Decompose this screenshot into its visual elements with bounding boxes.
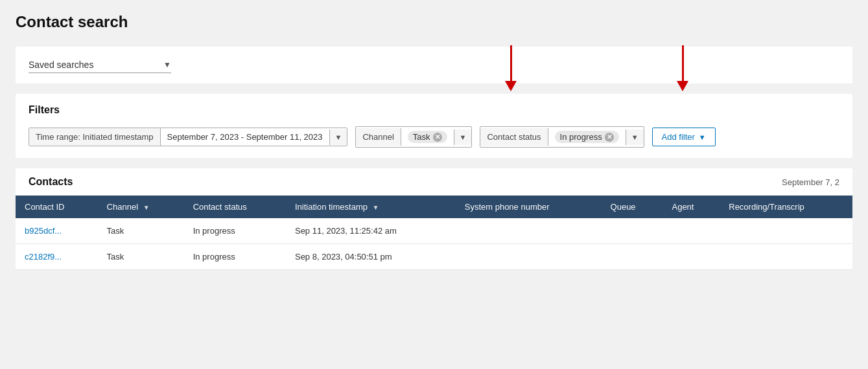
cell-recording-transcript-1	[720, 218, 852, 244]
filters-title: Filters	[29, 104, 839, 116]
timestamp-sort-icon: ▼	[373, 204, 379, 211]
filters-section: Filters Time range: Initiated timestamp …	[16, 94, 852, 158]
cell-channel-2: Task	[98, 244, 184, 270]
col-system-phone-number-label: System phone number	[465, 202, 550, 212]
cell-contact-status-1: In progress	[184, 218, 286, 244]
time-range-filter[interactable]: Time range: Initiated timestamp Septembe…	[29, 128, 347, 146]
contact-status-chip-text: In progress	[560, 132, 602, 142]
contact-id-link-2[interactable]: c2182f9...	[25, 252, 62, 262]
col-channel[interactable]: Channel ▼	[98, 196, 184, 218]
table-row: b925dcf... Task In progress Sep 11, 2023…	[16, 218, 852, 244]
channel-dropdown-btn[interactable]: ▼	[454, 129, 472, 145]
col-queue: Queue	[602, 196, 663, 218]
col-initiation-timestamp-label: Initiation timestamp	[295, 202, 368, 212]
saved-searches-dropdown[interactable]: Saved searches ▼	[29, 57, 171, 73]
table-header: Contact ID Channel ▼ Contact status Init…	[16, 196, 852, 218]
channel-label: Channel	[356, 128, 401, 146]
table-body: b925dcf... Task In progress Sep 11, 2023…	[16, 218, 852, 270]
time-range-dropdown-btn[interactable]: ▼	[329, 129, 347, 145]
time-range-value: September 7, 2023 - September 11, 2023	[161, 128, 329, 146]
channel-chip: Task ✕	[408, 131, 447, 143]
col-queue-label: Queue	[611, 202, 636, 212]
col-contact-status: Contact status	[184, 196, 286, 218]
col-contact-status-label: Contact status	[193, 202, 247, 212]
contact-status-chip: In progress ✕	[555, 131, 619, 143]
channel-chip-text: Task	[413, 132, 430, 142]
filters-row: Time range: Initiated timestamp Septembe…	[29, 126, 839, 148]
contacts-header: Contacts September 7, 2	[16, 168, 852, 196]
contact-id-link-1[interactable]: b925dcf...	[25, 226, 62, 236]
cell-agent-2	[663, 244, 720, 270]
cell-agent-1	[663, 218, 720, 244]
page-title: Contact search	[16, 13, 852, 31]
cell-initiation-timestamp-1: Sep 11, 2023, 11:25:42 am	[286, 218, 456, 244]
col-contact-id-label: Contact ID	[25, 202, 64, 212]
col-recording-transcript: Recording/Transcrip	[720, 196, 852, 218]
col-agent: Agent	[663, 196, 720, 218]
add-filter-label: Add filter	[662, 132, 695, 142]
channel-filter[interactable]: Channel Task ✕ ▼	[355, 126, 472, 148]
contacts-date: September 7, 2	[782, 177, 839, 187]
cell-channel-1: Task	[98, 218, 184, 244]
add-filter-button[interactable]: Add filter ▼	[652, 128, 716, 146]
channel-value: Task ✕	[401, 127, 454, 147]
cell-contact-id-2: c2182f9...	[16, 244, 98, 270]
cell-system-phone-number-2	[456, 244, 602, 270]
saved-searches-label: Saved searches	[29, 60, 93, 70]
col-recording-transcript-label: Recording/Transcrip	[729, 202, 804, 212]
cell-queue-2	[602, 244, 663, 270]
contact-status-dropdown-btn[interactable]: ▼	[626, 129, 644, 145]
contacts-title: Contacts	[29, 176, 73, 188]
contacts-table: Contact ID Channel ▼ Contact status Init…	[16, 196, 852, 270]
contact-status-chip-close[interactable]: ✕	[605, 133, 614, 142]
table-header-row: Contact ID Channel ▼ Contact status Init…	[16, 196, 852, 218]
add-filter-chevron-icon: ▼	[699, 133, 706, 141]
contact-status-filter[interactable]: Contact status In progress ✕ ▼	[480, 126, 644, 148]
col-system-phone-number: System phone number	[456, 196, 602, 218]
cell-contact-status-2: In progress	[184, 244, 286, 270]
cell-queue-1	[602, 218, 663, 244]
chevron-down-icon: ▼	[163, 60, 171, 69]
cell-initiation-timestamp-2: Sep 8, 2023, 04:50:51 pm	[286, 244, 456, 270]
saved-searches-section: Saved searches ▼	[16, 47, 852, 84]
channel-sort-icon: ▼	[143, 204, 150, 211]
cell-recording-transcript-2	[720, 244, 852, 270]
contacts-section: Contacts September 7, 2 Contact ID Chann…	[16, 168, 852, 270]
page-container: Contact search Saved searches ▼ Filters …	[0, 0, 868, 369]
cell-contact-id-1: b925dcf...	[16, 218, 98, 244]
contact-status-label: Contact status	[480, 128, 548, 146]
table-row: c2182f9... Task In progress Sep 8, 2023,…	[16, 244, 852, 270]
cell-system-phone-number-1	[456, 218, 602, 244]
col-agent-label: Agent	[672, 202, 694, 212]
channel-chip-close[interactable]: ✕	[433, 133, 442, 142]
col-initiation-timestamp[interactable]: Initiation timestamp ▼	[286, 196, 456, 218]
time-range-label: Time range: Initiated timestamp	[29, 128, 161, 146]
col-contact-id: Contact ID	[16, 196, 98, 218]
contact-status-value: In progress ✕	[548, 127, 626, 147]
col-channel-label: Channel	[107, 202, 138, 212]
